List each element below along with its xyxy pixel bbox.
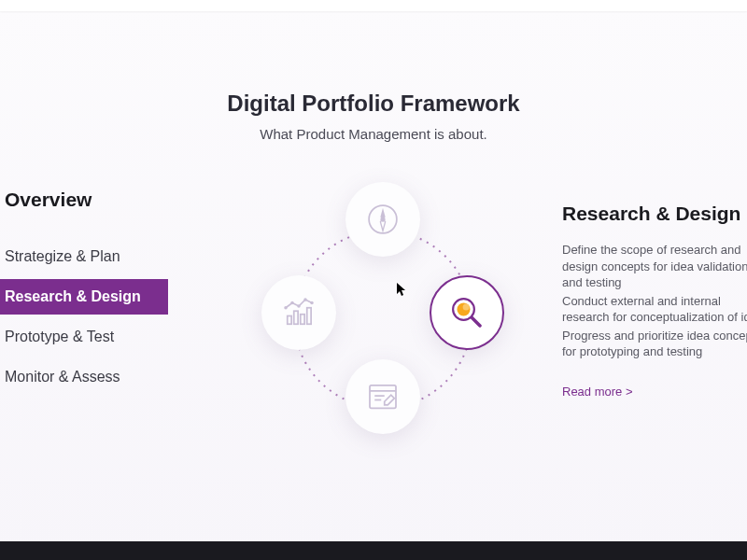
svg-rect-11	[288, 316, 291, 325]
circular-diagram	[243, 175, 523, 455]
detail-paragraph: Define the scope of research and design …	[562, 242, 747, 291]
footer-bar	[0, 541, 747, 560]
header: Digital Portfolio Framework What Product…	[0, 91, 747, 142]
detail-paragraph: Progress and prioritize idea concepts fo…	[562, 328, 747, 360]
node-strategize[interactable]	[345, 182, 420, 257]
nav-item-research[interactable]: Research & Design	[0, 279, 168, 315]
main-container: Digital Portfolio Framework What Product…	[0, 11, 747, 560]
svg-point-15	[284, 306, 288, 310]
analytics-icon	[279, 293, 318, 332]
sidebar: Overview Strategize & Plan Research & De…	[0, 189, 168, 560]
browser-edit-icon	[363, 377, 402, 416]
svg-point-18	[303, 298, 307, 301]
svg-line-6	[472, 317, 480, 326]
page-subtitle: What Product Management is about.	[0, 126, 747, 142]
page-title: Digital Portfolio Framework	[0, 91, 747, 117]
magnifier-icon	[447, 293, 486, 332]
node-monitor[interactable]	[261, 275, 336, 350]
top-bar	[0, 0, 747, 11]
svg-point-19	[310, 301, 314, 305]
sidebar-title: Overview	[5, 189, 168, 211]
nav-item-strategize[interactable]: Strategize & Plan	[5, 239, 168, 274]
read-more-link[interactable]: Read more >	[562, 385, 633, 399]
svg-point-5	[463, 303, 470, 310]
nav-item-prototype[interactable]: Prototype & Test	[5, 319, 168, 355]
node-prototype[interactable]	[345, 359, 420, 434]
nav-item-monitor[interactable]: Monitor & Assess	[5, 359, 168, 395]
detail-description: Define the scope of research and design …	[562, 242, 747, 360]
svg-rect-13	[301, 315, 304, 325]
svg-point-16	[290, 301, 294, 305]
svg-rect-12	[294, 311, 298, 324]
detail-title: Research & Design	[562, 203, 747, 225]
detail-paragraph: Conduct external and internal research f…	[562, 293, 747, 326]
detail-panel: Research & Design Define the scope of re…	[562, 203, 747, 399]
node-research[interactable]	[430, 275, 504, 350]
svg-rect-14	[307, 308, 311, 325]
svg-point-17	[297, 304, 301, 308]
compass-icon	[363, 200, 402, 239]
